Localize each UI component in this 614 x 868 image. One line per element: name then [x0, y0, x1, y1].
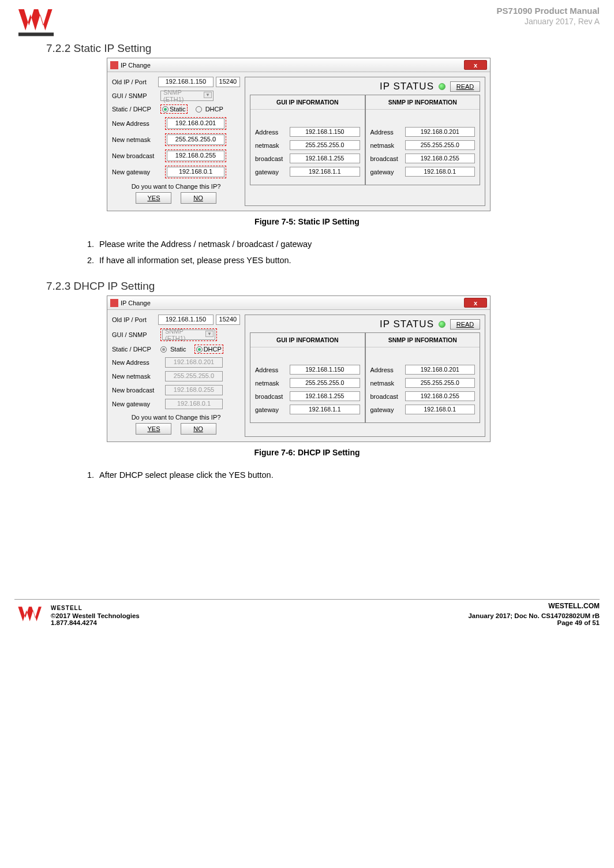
snmp-mask-label: netmask: [370, 380, 405, 387]
snmp-select[interactable]: SNMP (ETH1): [162, 330, 215, 340]
snmp-gw-value: 192.168.0.1: [405, 405, 476, 414]
snmp-addr-label: Address: [370, 129, 405, 136]
old-ip-port-label: Old IP / Port: [112, 78, 156, 85]
manual-date: January 2017, Rev A: [497, 17, 600, 26]
yes-button[interactable]: YES: [136, 192, 171, 204]
gui-bcast-value: 192.168.1.255: [290, 154, 360, 163]
snmp-select[interactable]: SNMP (ETH1): [160, 91, 214, 101]
dhcp-radio[interactable]: [196, 346, 203, 353]
dhcp-radio-label: DHCP: [205, 106, 223, 113]
ip-change-dialog-dhcp: IP Change x Old IP / Port 192.168.1.150 …: [107, 295, 491, 442]
snmp-mask-label: netmask: [370, 142, 405, 149]
footer-page: Page 49 of 51: [468, 619, 600, 626]
read-button[interactable]: READ: [450, 81, 480, 92]
old-port-input[interactable]: 15240: [216, 315, 240, 325]
instructions-1: Please write the Address / netmask / bro…: [84, 237, 600, 268]
manual-title: PS71090 Product Manual: [497, 6, 600, 16]
gui-addr-value: 192.168.1.150: [290, 365, 360, 375]
gui-snmp-label: GUI / SNMP: [112, 92, 158, 99]
old-ip-input[interactable]: 192.168.1.150: [158, 315, 214, 325]
dialog-titlebar: IP Change x: [107, 296, 490, 310]
gui-addr-label: Address: [255, 129, 290, 136]
instructions-2: After DHCP select please click the YES b…: [84, 467, 600, 484]
status-led-icon: [439, 83, 445, 90]
new-gateway-label: New gateway: [112, 401, 163, 407]
snmp-addr-label: Address: [370, 366, 405, 373]
snmp-bcast-value: 192.168.0.255: [405, 154, 476, 163]
svg-rect-0: [18, 32, 54, 36]
dialog-title-text: IP Change: [121, 300, 151, 306]
footer-brand: WESTELL: [51, 605, 140, 611]
new-broadcast-input[interactable]: 192.168.0.255: [167, 151, 224, 161]
footer-copyright: ©2017 Westell Technologies: [51, 612, 140, 619]
step-1-2: If have all information set, please pres…: [96, 253, 600, 269]
app-icon: [110, 299, 118, 307]
old-ip-port-label: Old IP / Port: [112, 316, 156, 323]
ip-status-title: IP STATUS: [380, 319, 434, 330]
close-button[interactable]: x: [464, 298, 487, 308]
new-address-label: New Address: [112, 120, 163, 127]
footer-docinfo: January 2017; Doc No. CS14702802UM rB: [468, 612, 600, 619]
snmp-gw-label: gateway: [370, 406, 405, 413]
gui-info-header: GUI IP INFORMATION: [250, 333, 365, 347]
new-address-label: New Address: [112, 359, 163, 366]
dialog-title-text: IP Change: [121, 62, 151, 69]
new-netmask-label: New netmask: [112, 136, 163, 143]
snmp-addr-value: 192.168.0.201: [405, 127, 476, 137]
section-title-dhcp: 7.2.3 DHCP IP Setting: [46, 280, 600, 293]
gui-gw-label: gateway: [255, 406, 290, 413]
new-address-input[interactable]: 192.168.0.201: [167, 118, 224, 129]
confirm-text: Do you want to Change this IP?: [112, 183, 240, 190]
ip-change-dialog-static: IP Change x Old IP / Port 192.168.1.150 …: [107, 58, 491, 211]
old-port-input[interactable]: 15240: [216, 77, 240, 87]
status-led-icon: [439, 321, 445, 328]
static-radio[interactable]: [162, 106, 169, 113]
new-gateway-input: 192.168.0.1: [165, 399, 223, 409]
no-button[interactable]: NO: [181, 423, 216, 435]
figure-caption-1: Figure 7‑5: Static IP Setting: [14, 217, 600, 226]
app-icon: [110, 61, 118, 69]
snmp-mask-value: 255.255.255.0: [405, 140, 476, 150]
snmp-select-highlight: SNMP (ETH1): [160, 328, 217, 341]
gui-gw-label: gateway: [255, 169, 290, 175]
snmp-mask-value: 255.255.255.0: [405, 378, 476, 388]
snmp-bcast-label: broadcast: [370, 393, 405, 400]
snmp-gw-value: 192.168.0.1: [405, 167, 476, 177]
static-radio-label: Static: [170, 106, 186, 113]
page-header: PS71090 Product Manual January 2017, Rev…: [14, 6, 600, 38]
static-radio[interactable]: [160, 346, 167, 353]
section-title-static: 7.2.2 Static IP Setting: [46, 42, 600, 55]
new-netmask-label: New netmask: [112, 373, 163, 380]
gui-mask-label: netmask: [255, 380, 290, 387]
new-netmask-input[interactable]: 255.255.255.0: [167, 134, 224, 145]
gui-snmp-label: GUI / SNMP: [112, 331, 158, 338]
gui-addr-label: Address: [255, 366, 290, 373]
read-button[interactable]: READ: [450, 319, 480, 330]
no-button[interactable]: NO: [181, 192, 216, 204]
snmp-bcast-value: 192.168.0.255: [405, 391, 476, 401]
dhcp-radio-label: DHCP: [204, 346, 222, 353]
static-radio-label: Static: [170, 346, 186, 353]
westell-logo-icon: [14, 6, 58, 38]
gui-bcast-label: broadcast: [255, 155, 290, 162]
new-broadcast-label: New broadcast: [112, 152, 163, 159]
gui-mask-label: netmask: [255, 142, 290, 149]
new-broadcast-label: New broadcast: [112, 387, 163, 394]
page-footer: WESTELL ©2017 Westell Technologies 1.877…: [14, 599, 600, 626]
dhcp-radio-highlight: DHCP: [194, 345, 223, 354]
old-ip-input[interactable]: 192.168.1.150: [158, 77, 214, 87]
yes-button[interactable]: YES: [136, 423, 171, 435]
new-gateway-input[interactable]: 192.168.0.1: [167, 167, 224, 177]
static-dhcp-label: Static / DHCP: [112, 346, 158, 353]
static-radio-highlight: Static: [160, 104, 188, 114]
new-broadcast-input: 192.168.0.255: [165, 385, 223, 395]
step-1-1: Please write the Address / netmask / bro…: [96, 237, 600, 253]
dialog-titlebar: IP Change x: [107, 58, 490, 72]
gui-gw-value: 192.168.1.1: [290, 405, 360, 414]
dhcp-radio[interactable]: [196, 106, 202, 113]
close-button[interactable]: x: [464, 60, 487, 70]
snmp-bcast-label: broadcast: [370, 155, 405, 162]
gui-gw-value: 192.168.1.1: [290, 167, 360, 177]
gui-addr-value: 192.168.1.150: [290, 127, 360, 137]
ip-status-title: IP STATUS: [380, 81, 434, 92]
